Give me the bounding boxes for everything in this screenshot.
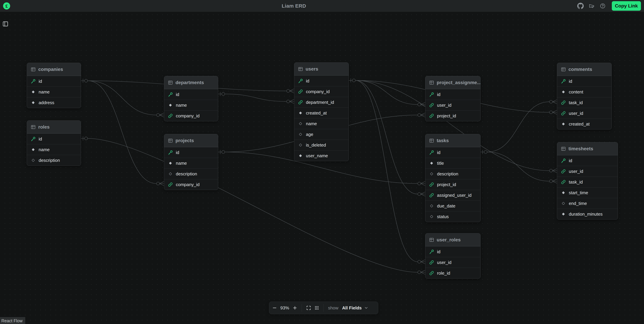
table-header-project_assignments[interactable]: project_assignme...: [425, 76, 480, 89]
megaphone-icon[interactable]: [589, 3, 594, 9]
table-node-user_roles[interactable]: user_rolesiduser_idrole_id: [425, 233, 480, 278]
column-row-timesheets-user_id[interactable]: user_id: [557, 166, 618, 177]
column-row-tasks-assigned_user_id[interactable]: assigned_user_id: [425, 190, 480, 201]
column-row-users-is_deleted[interactable]: is_deleted: [294, 140, 348, 150]
column-row-roles-id[interactable]: id: [27, 133, 81, 144]
cardinality-many-marker: [418, 113, 425, 117]
edge-departments-users-department_id[interactable]: [225, 94, 286, 101]
column-row-tasks-due_date[interactable]: due_date: [425, 201, 480, 211]
table-header-companies[interactable]: companies: [27, 63, 81, 76]
column-row-departments-id[interactable]: id: [164, 89, 218, 100]
table-icon: [298, 67, 303, 72]
column-row-comments-created_at[interactable]: created_at: [557, 119, 612, 129]
column-row-projects-company_id[interactable]: company_id: [164, 179, 218, 190]
copy-link-button[interactable]: Copy Link: [612, 1, 641, 11]
liam-logo-icon[interactable]: ₤: [3, 2, 10, 10]
primary-key-icon: [561, 79, 566, 84]
cardinality-many-marker: [550, 179, 557, 183]
column-row-tasks-description[interactable]: description: [425, 169, 480, 179]
column-row-roles-description[interactable]: description: [27, 155, 81, 166]
column-name: name: [176, 103, 187, 108]
erd-canvas[interactable]: companiesidnameaddressrolesidnamedescrip…: [0, 0, 644, 324]
table-node-projects[interactable]: projectsidnamedescriptioncompany_id: [164, 134, 218, 190]
table-node-roles[interactable]: rolesidnamedescription: [27, 120, 81, 166]
column-row-roles-name[interactable]: name: [27, 144, 81, 155]
column-row-companies-id[interactable]: id: [27, 76, 81, 87]
table-node-departments[interactable]: departmentsidnamecompany_id: [164, 76, 218, 121]
column-row-projects-name[interactable]: name: [164, 158, 218, 169]
column-row-projects-description[interactable]: description: [164, 169, 218, 179]
table-node-timesheets[interactable]: timesheetsiduser_idtask_idstart_timeend_…: [557, 142, 618, 220]
show-fields-dropdown[interactable]: show All Fields: [326, 305, 370, 310]
edge-roles-user_roles-role_id[interactable]: [88, 138, 418, 272]
zoom-toolbar: 93% show All Fields: [269, 302, 378, 314]
column-row-project_assignments-project_id[interactable]: project_id: [425, 110, 480, 121]
github-icon[interactable]: [577, 3, 584, 9]
column-row-tasks-title[interactable]: title: [425, 158, 480, 169]
column-row-projects-id[interactable]: id: [164, 147, 218, 158]
table-header-user_roles[interactable]: user_roles: [425, 233, 480, 246]
column-row-comments-task_id[interactable]: task_id: [557, 97, 612, 108]
column-row-tasks-status[interactable]: status: [425, 211, 480, 222]
table-header-roles[interactable]: roles: [27, 121, 81, 133]
column-row-users-user_name[interactable]: user_name: [294, 150, 348, 161]
edge-tasks-timesheets-task_id[interactable]: [487, 152, 550, 181]
table-node-companies[interactable]: companiesidnameaddress: [27, 63, 81, 108]
table-node-tasks[interactable]: tasksidtitledescriptionproject_idassigne…: [425, 134, 480, 222]
edge-users-tasks-assigned_user_id[interactable]: [355, 80, 418, 194]
column-row-user_roles-user_id[interactable]: user_id: [425, 257, 480, 268]
column-row-users-created_at[interactable]: created_at: [294, 108, 348, 118]
column-row-timesheets-end_time[interactable]: end_time: [557, 198, 618, 209]
table-header-projects[interactable]: projects: [164, 134, 218, 147]
column-row-timesheets-start_time[interactable]: start_time: [557, 187, 618, 198]
edge-users-user_roles-user_id[interactable]: [355, 80, 418, 262]
column-row-project_assignments-id[interactable]: id: [425, 89, 480, 100]
table-header-timesheets[interactable]: timesheets: [557, 142, 618, 155]
table-header-users[interactable]: users: [294, 63, 348, 75]
column-row-users-company_id[interactable]: company_id: [294, 86, 348, 97]
column-row-timesheets-duration_minutes[interactable]: duration_minutes: [557, 209, 618, 219]
fit-view-button[interactable]: [304, 304, 313, 312]
table-icon: [31, 67, 36, 72]
table-header-departments[interactable]: departments: [164, 76, 218, 89]
table-node-comments[interactable]: commentsidcontenttask_iduser_idcreated_a…: [557, 63, 612, 129]
column-row-companies-address[interactable]: address: [27, 97, 81, 108]
column-row-tasks-id[interactable]: id: [425, 147, 480, 158]
column-row-user_roles-id[interactable]: id: [425, 246, 480, 257]
zoom-out-button[interactable]: [270, 304, 279, 312]
column-row-timesheets-id[interactable]: id: [557, 155, 618, 166]
table-icon: [429, 138, 434, 143]
column-row-companies-name[interactable]: name: [27, 87, 81, 97]
table-node-users[interactable]: usersidcompany_iddepartment_idcreated_at…: [294, 62, 349, 161]
column-row-project_assignments-user_id[interactable]: user_id: [425, 100, 480, 110]
column-row-comments-content[interactable]: content: [557, 87, 612, 97]
column-name: project_id: [437, 113, 456, 119]
column-row-departments-name[interactable]: name: [164, 100, 218, 110]
table-node-project_assignments[interactable]: project_assignme...iduser_idproject_id: [425, 76, 480, 121]
column-row-tasks-project_id[interactable]: project_id: [425, 179, 480, 190]
edge-companies-departments-company_id[interactable]: [88, 81, 156, 115]
edge-companies-projects-company_id[interactable]: [88, 81, 156, 184]
column-row-comments-user_id[interactable]: user_id: [557, 108, 612, 119]
edge-users-project_assignments-user_id[interactable]: [355, 80, 418, 104]
help-icon[interactable]: [600, 3, 606, 9]
column-row-timesheets-task_id[interactable]: task_id: [557, 177, 618, 187]
column-row-users-age[interactable]: age: [294, 129, 348, 140]
table-header-tasks[interactable]: tasks: [425, 134, 480, 147]
column-row-users-name[interactable]: name: [294, 118, 348, 129]
column-row-users-department_id[interactable]: department_id: [294, 97, 348, 108]
tidy-up-button[interactable]: [313, 304, 321, 312]
table-header-comments[interactable]: comments: [557, 63, 612, 76]
column-row-user_roles-role_id[interactable]: role_id: [425, 268, 480, 278]
cardinality-many-marker: [418, 260, 425, 264]
zoom-in-button[interactable]: [291, 304, 299, 312]
column-name: content: [569, 89, 583, 95]
sidebar-toggle-icon[interactable]: [2, 21, 8, 27]
column-row-comments-id[interactable]: id: [557, 76, 612, 87]
table-name: comments: [568, 67, 592, 72]
edge-tasks-comments-task_id[interactable]: [487, 102, 550, 152]
react-flow-attribution[interactable]: React Flow: [0, 317, 25, 324]
column-row-departments-company_id[interactable]: company_id: [164, 110, 218, 121]
column-name: user_name: [306, 153, 328, 158]
column-row-users-id[interactable]: id: [294, 75, 348, 86]
